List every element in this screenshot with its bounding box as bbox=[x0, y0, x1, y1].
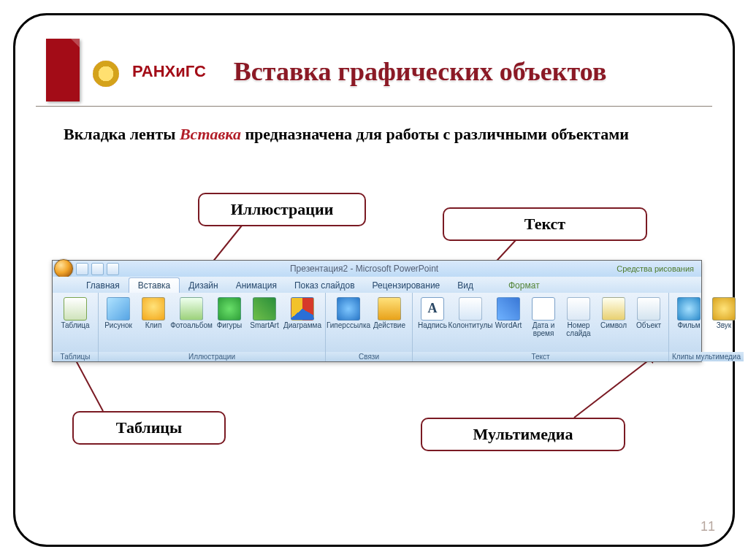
quick-access-toolbar[interactable] bbox=[76, 263, 119, 275]
btn-table[interactable]: Таблица bbox=[56, 296, 95, 331]
btn-headerfooter[interactable]: Колонтитулы bbox=[451, 296, 490, 331]
header: РАНХиГС Вставка графических объектов bbox=[36, 39, 712, 101]
btn-movie[interactable]: Фильм bbox=[672, 296, 706, 331]
sound-icon bbox=[712, 297, 736, 321]
tab-view[interactable]: Вид bbox=[449, 278, 482, 293]
logo-main: РАНХиГС bbox=[132, 62, 206, 80]
description: Вкладка ленты Вставка предназначена для … bbox=[64, 124, 684, 145]
btn-clip[interactable]: Клип bbox=[137, 296, 170, 331]
picture-icon bbox=[107, 297, 130, 321]
table-icon bbox=[64, 297, 87, 321]
group-label-text: Текст bbox=[413, 352, 668, 361]
tab-strip: Главная Вставка Дизайн Анимация Показ сл… bbox=[53, 277, 701, 293]
group-illustrations: Рисунок Клип Фотоальбом Фигуры SmartArt … bbox=[99, 293, 326, 361]
btn-photoalbum[interactable]: Фотоальбом bbox=[172, 296, 211, 331]
contextual-tab-title: Средства рисования bbox=[609, 264, 701, 273]
chart-icon bbox=[291, 297, 314, 321]
window-title: Презентация2 - Microsoft PowerPoint bbox=[119, 264, 609, 274]
smartart-icon bbox=[253, 297, 276, 321]
clip-icon bbox=[142, 297, 165, 321]
divider bbox=[36, 106, 712, 107]
group-label-media: Клипы мультимедиа bbox=[669, 352, 744, 361]
qat-redo-icon[interactable] bbox=[107, 263, 119, 275]
ribbon-groups: Таблица Таблицы Рисунок Клип Фотоальбом … bbox=[53, 293, 701, 361]
group-text: AНадпись Колонтитулы WordArt Дата и врем… bbox=[413, 293, 669, 361]
title-bar: Презентация2 - Microsoft PowerPoint Сред… bbox=[53, 261, 701, 277]
group-media: Фильм Звук Клипы мультимедиа bbox=[669, 293, 744, 361]
callout-multimedia: Мультимедиа bbox=[421, 418, 625, 451]
bookmark-icon bbox=[46, 39, 80, 101]
btn-shapes[interactable]: Фигуры bbox=[213, 296, 246, 331]
btn-symbol[interactable]: Символ bbox=[597, 296, 630, 331]
btn-wordart[interactable]: WordArt bbox=[492, 296, 525, 331]
tab-home[interactable]: Главная bbox=[77, 278, 129, 293]
tab-insert[interactable]: Вставка bbox=[129, 277, 180, 293]
callout-text: Текст bbox=[443, 207, 647, 241]
wordart-icon bbox=[497, 297, 520, 321]
qat-undo-icon[interactable] bbox=[91, 263, 104, 275]
tab-slideshow[interactable]: Показ слайдов bbox=[286, 278, 364, 293]
symbol-icon bbox=[602, 297, 625, 321]
group-label-tables: Таблицы bbox=[53, 352, 98, 361]
shapes-icon bbox=[218, 297, 241, 321]
tab-format[interactable]: Формат bbox=[500, 278, 549, 293]
btn-datetime[interactable]: Дата и время bbox=[527, 296, 560, 339]
photoalbum-icon bbox=[180, 297, 203, 321]
btn-chart[interactable]: Диаграмма bbox=[283, 296, 322, 331]
group-label-links: Связи bbox=[326, 352, 412, 361]
object-icon bbox=[637, 297, 660, 321]
action-icon bbox=[378, 297, 401, 321]
group-label-illustrations: Иллюстрации bbox=[99, 352, 325, 361]
callout-tables: Таблицы bbox=[72, 411, 226, 445]
page-number: 11 bbox=[701, 519, 715, 534]
btn-picture[interactable]: Рисунок bbox=[102, 296, 135, 331]
tab-design[interactable]: Дизайн bbox=[180, 278, 226, 293]
ribbon: Презентация2 - Microsoft PowerPoint Сред… bbox=[52, 260, 702, 362]
slidenum-icon bbox=[567, 297, 590, 321]
btn-action[interactable]: Действие bbox=[370, 296, 409, 331]
slide-frame: РАНХиГС Вставка графических объектов Вкл… bbox=[13, 13, 735, 547]
btn-hyperlink[interactable]: Гиперссылка bbox=[329, 296, 368, 331]
qat-save-icon[interactable] bbox=[76, 263, 88, 275]
btn-object[interactable]: Объект bbox=[632, 296, 665, 331]
datetime-icon bbox=[532, 297, 555, 321]
btn-slidenum[interactable]: Номер слайда bbox=[562, 296, 595, 339]
group-tables: Таблица Таблицы bbox=[53, 293, 99, 361]
emblem-icon bbox=[93, 61, 119, 87]
headerfooter-icon bbox=[459, 297, 482, 321]
btn-sound[interactable]: Звук bbox=[707, 296, 741, 331]
callout-illustrations: Иллюстрации bbox=[198, 193, 366, 226]
logo-text: РАНХиГС bbox=[132, 64, 206, 80]
office-button[interactable] bbox=[54, 259, 73, 278]
page-title: Вставка графических объектов bbox=[234, 56, 607, 87]
textbox-icon: A bbox=[421, 297, 444, 321]
tab-animation[interactable]: Анимация bbox=[227, 278, 286, 293]
tab-review[interactable]: Рецензирование bbox=[364, 278, 449, 293]
group-links: Гиперссылка Действие Связи bbox=[326, 293, 413, 361]
btn-textbox[interactable]: AНадпись bbox=[416, 296, 449, 331]
hyperlink-icon bbox=[337, 297, 360, 321]
movie-icon bbox=[677, 297, 701, 321]
svg-line-3 bbox=[574, 354, 657, 418]
btn-smartart[interactable]: SmartArt bbox=[248, 296, 281, 331]
